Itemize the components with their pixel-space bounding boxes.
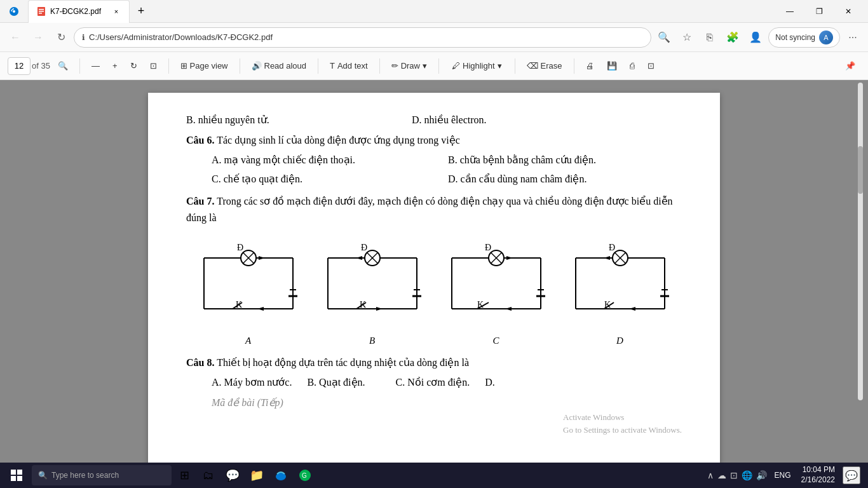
browser-icon[interactable] xyxy=(5,3,23,20)
divider-8 xyxy=(574,58,574,74)
answer-b: B. nhiều nguyên tử. xyxy=(186,112,409,128)
save-button[interactable]: 💾 xyxy=(602,57,622,76)
erase-icon: ⌫ xyxy=(527,61,538,71)
clock-date: 2/16/2022 xyxy=(801,475,835,485)
new-tab-button[interactable]: + xyxy=(132,3,150,20)
fit-page-button[interactable]: ⊡ xyxy=(145,57,162,76)
rotate-button[interactable]: ↻ xyxy=(125,57,142,76)
volume-icon[interactable]: 🔊 xyxy=(756,470,767,480)
refresh-button[interactable]: ↻ xyxy=(51,27,71,48)
language-button[interactable]: ENG xyxy=(772,470,794,481)
minimize-button[interactable]: — xyxy=(775,0,804,23)
not-syncing-button[interactable]: Not syncing A xyxy=(768,27,840,48)
svg-rect-4 xyxy=(39,11,44,12)
favorites-button[interactable]: ☆ xyxy=(677,27,697,48)
answer-d: D. nhiều êlectron. xyxy=(412,114,487,125)
circuit-b-label: B xyxy=(369,333,375,348)
partial-text: Mã đề bài (Tiếp) xyxy=(212,397,283,408)
more-button[interactable]: ··· xyxy=(843,27,863,48)
url-bar[interactable]: ℹ C:/Users/Administrator/Downloads/K7-ĐC… xyxy=(74,27,651,48)
pdf-content[interactable]: B. nhiều nguyên tử. D. nhiều êlectron. C… xyxy=(0,80,868,463)
svg-marker-11 xyxy=(259,256,265,260)
activate-line1: Activate Windows xyxy=(563,411,682,424)
draw-icon: ✏ xyxy=(391,61,398,71)
taskbar-search-placeholder: Type here to search xyxy=(51,471,119,480)
collections-button[interactable]: ⎘ xyxy=(700,27,720,48)
svg-text:Đ: Đ xyxy=(609,243,615,252)
title-bar: K7-ĐCGK2.pdf × + — ❐ ✕ xyxy=(0,0,868,23)
not-syncing-text: Not syncing xyxy=(775,33,815,42)
circuit-b-svg: Đ K xyxy=(315,239,430,328)
more-pdf-button[interactable]: ⊡ xyxy=(642,57,660,76)
svg-marker-37 xyxy=(376,307,383,311)
print-button[interactable]: 🖨 xyxy=(581,57,599,76)
cloud-icon[interactable]: ☁ xyxy=(717,470,726,480)
active-tab[interactable]: K7-ĐCGK2.pdf × xyxy=(28,0,130,23)
circuit-diagrams: Đ xyxy=(186,239,682,348)
share-button[interactable]: ⎙ xyxy=(625,57,640,76)
highlight-chevron: ▾ xyxy=(498,61,502,71)
cau8-b: B. Quạt điện. xyxy=(307,377,365,388)
read-aloud-button[interactable]: 🔊 Read aloud xyxy=(247,57,312,76)
taskbar-search-box[interactable]: 🔍 Type here to search xyxy=(32,465,172,485)
close-tab-button[interactable]: × xyxy=(111,6,121,17)
zoom-out-button[interactable]: — xyxy=(86,57,105,76)
close-window-button[interactable]: ✕ xyxy=(834,0,863,23)
highlight-button[interactable]: 🖊 Highlight ▾ xyxy=(445,57,508,76)
draw-button[interactable]: ✏ Draw ▾ xyxy=(386,57,432,76)
cau7-text: Trong các sơ đồ mạch điện dưới đây, mạch… xyxy=(186,196,673,223)
avatar: A xyxy=(819,30,833,44)
url-text: C:/Users/Administrator/Downloads/K7-ĐCGK… xyxy=(89,32,643,42)
profile-icon[interactable]: 👤 xyxy=(745,27,766,48)
divider-1 xyxy=(79,58,80,74)
maximize-button[interactable]: ❐ xyxy=(804,0,834,23)
search-pdf-button[interactable]: 🔍 xyxy=(53,57,73,76)
cau6-text: Tác dụng sinh lí của dòng điện được ứng … xyxy=(217,135,460,146)
svg-rect-73 xyxy=(17,476,22,481)
display-icon[interactable]: ⊡ xyxy=(730,470,738,480)
clock-time: 10:04 PM xyxy=(801,465,835,475)
svg-point-1 xyxy=(13,10,15,13)
cau8-title: Câu 8. xyxy=(186,357,214,368)
pdf-toolbar: of 35 🔍 — + ↻ ⊡ ⊞ Page view 🔊 Read aloud… xyxy=(0,52,868,80)
cau6-d: D. cần cẩu dùng nam châm điện. xyxy=(448,171,682,187)
erase-label: Erase xyxy=(541,61,562,71)
page-total: of 35 xyxy=(32,61,50,71)
cau6-question: Câu 6. Tác dụng sinh lí của dòng điện đư… xyxy=(186,132,682,149)
forward-button[interactable]: → xyxy=(28,27,48,48)
circuit-d-label: D xyxy=(616,333,623,348)
explorer-button[interactable]: 📁 xyxy=(245,464,268,487)
pin-button[interactable]: 📌 xyxy=(840,57,860,76)
svg-rect-72 xyxy=(11,476,16,481)
clock[interactable]: 10:04 PM 2/16/2022 xyxy=(799,465,837,485)
svg-marker-69 xyxy=(629,307,635,311)
draw-chevron: ▾ xyxy=(423,61,427,71)
task-view-button[interactable]: ⊞ xyxy=(173,464,196,487)
notification-button[interactable]: 💬 xyxy=(843,466,860,484)
edge-green-button[interactable]: G xyxy=(294,464,316,487)
circuit-d: Đ K xyxy=(563,239,677,348)
zoom-in-button[interactable]: + xyxy=(107,57,123,76)
tray-up-icon[interactable]: ∧ xyxy=(707,470,714,480)
network-icon[interactable]: 🌐 xyxy=(742,470,752,480)
tab-bar: K7-ĐCGK2.pdf × + xyxy=(28,0,775,23)
chat-button[interactable]: 💬 xyxy=(221,464,244,487)
back-button[interactable]: ← xyxy=(5,27,25,48)
circuit-c-label: C xyxy=(492,333,499,348)
browser-search-button[interactable]: 🔍 xyxy=(654,27,674,48)
page-number-input[interactable] xyxy=(8,57,31,75)
erase-button[interactable]: ⌫ Erase xyxy=(522,57,567,76)
start-button[interactable] xyxy=(3,463,31,488)
circuit-b: Đ K xyxy=(315,239,430,348)
read-aloud-label: Read aloud xyxy=(264,61,307,71)
cau6-c: C. chế tạo quạt điện. xyxy=(212,171,445,187)
cau7-title: Câu 7. xyxy=(186,196,214,207)
page-view-button[interactable]: ⊞ Page view xyxy=(175,57,233,76)
divider-6 xyxy=(438,58,439,74)
widgets-button[interactable]: 🗂 xyxy=(197,464,220,487)
add-text-button[interactable]: T Add text xyxy=(325,57,373,76)
extensions-button[interactable]: 🧩 xyxy=(722,27,743,48)
edge-button[interactable] xyxy=(269,464,292,487)
draw-label: Draw xyxy=(401,61,420,71)
svg-marker-27 xyxy=(356,256,362,260)
